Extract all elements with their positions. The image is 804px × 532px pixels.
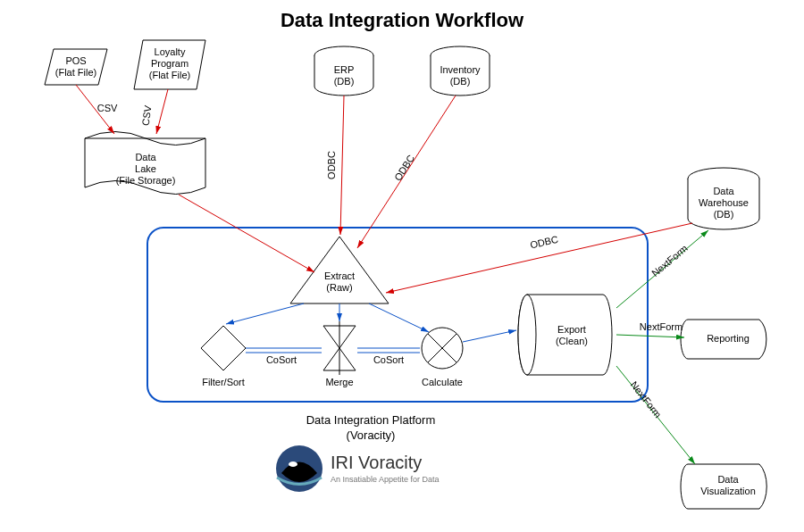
pos-label-1: POS <box>65 55 86 66</box>
edge-extract-calc <box>369 303 429 332</box>
edge-export-report <box>616 335 684 337</box>
edge-label-inv: ODBC <box>392 153 416 182</box>
logo-sub-text: An Insatiable Appetite for Data <box>331 475 440 484</box>
node-filter: Filter/Sort <box>201 326 246 387</box>
page-title: Data Integration Workflow <box>281 9 524 31</box>
report-label-1: Reporting <box>707 333 750 344</box>
erp-label-2: (DB) <box>334 76 355 87</box>
viz-label-2: Visualization <box>700 486 756 496</box>
node-pos: POS (Flat File) <box>45 49 107 85</box>
edge-extract-filter <box>226 303 304 324</box>
edge-label-nextform-dw: NextForm <box>649 243 690 278</box>
node-erp: ERP (DB) <box>314 46 373 96</box>
edge-label-nextform-viz: NextForm <box>629 379 664 420</box>
calc-caption: Calculate <box>422 377 463 387</box>
dw-label-2: Warehouse <box>699 197 749 208</box>
lake-label-1: Data <box>135 152 156 162</box>
loyalty-label-2: Program <box>151 58 188 69</box>
edge-label-cosort-2: CoSort <box>373 354 404 365</box>
pos-label-2: (Flat File) <box>55 67 96 78</box>
inventory-label-1: Inventory <box>440 64 481 75</box>
edge-loyalty-lake <box>156 89 168 134</box>
dw-label-3: (DB) <box>714 209 734 220</box>
svg-marker-5 <box>201 326 246 370</box>
node-inventory: Inventory (DB) <box>431 46 490 96</box>
lake-label-3: (File Storage) <box>116 175 176 186</box>
edge-label-pos-lake: CSV <box>97 103 118 113</box>
edge-label-cosort-1: CoSort <box>266 354 297 365</box>
extract-label-1: Extract <box>324 270 355 281</box>
dw-label-1: Data <box>713 186 734 196</box>
node-loyalty: Loyalty Program (Flat File) <box>134 40 205 89</box>
node-export: Export (Clean) <box>518 295 612 375</box>
merge-caption: Merge <box>325 377 353 387</box>
node-reporting: Reporting <box>681 320 766 359</box>
edge-lake-extract <box>179 195 314 272</box>
node-merge: Merge <box>323 321 356 387</box>
edge-label-loy-lake: CSV <box>140 104 154 127</box>
extract-label-2: (Raw) <box>326 282 352 293</box>
node-data-lake: Data Lake (File Storage) <box>85 132 205 195</box>
erp-label-1: ERP <box>334 64 355 75</box>
inventory-label-2: (DB) <box>450 76 471 87</box>
edge-calc-export <box>463 330 516 342</box>
logo-main-text: IRI Voracity <box>331 453 422 472</box>
node-visualization: Data Visualization <box>681 464 766 509</box>
svg-point-12 <box>518 295 536 375</box>
lake-label-2: Lake <box>135 163 156 174</box>
loyalty-label-3: (Flat File) <box>149 70 190 80</box>
edge-label-nextform-rep: NextForm <box>640 321 683 332</box>
logo: IRI Voracity An Insatiable Appetite for … <box>276 445 440 492</box>
node-calculate: Calculate <box>422 328 463 387</box>
export-label-2: (Clean) <box>556 336 588 346</box>
svg-point-15 <box>289 461 297 467</box>
viz-label-1: Data <box>717 474 739 485</box>
edge-erp-extract <box>340 96 344 235</box>
edge-label-dw-in: ODBC <box>529 234 559 251</box>
loyalty-label-1: Loyalty <box>155 46 186 57</box>
node-data-warehouse: Data Warehouse (DB) <box>688 168 759 229</box>
platform-label-1: Data Integration Platform <box>306 413 436 427</box>
platform-label-2: (Voracity) <box>347 428 396 442</box>
edge-label-erp: ODBC <box>326 151 337 179</box>
export-label-1: Export <box>557 324 586 335</box>
node-extract: Extract (Raw) <box>290 237 389 303</box>
filter-caption: Filter/Sort <box>202 377 245 387</box>
